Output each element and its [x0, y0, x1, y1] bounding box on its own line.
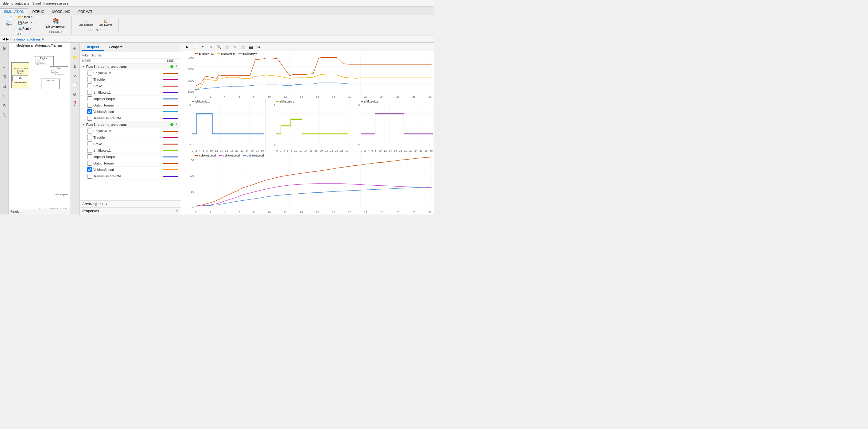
- shiftlogic-r3-check[interactable]: [87, 90, 92, 95]
- signal-row[interactable]: TransmissionRPM: [80, 115, 181, 122]
- signal-row[interactable]: VehicleSpeed: [80, 109, 181, 115]
- zoom-out-btn[interactable]: −: [0, 63, 9, 71]
- signal-row[interactable]: Throttle: [80, 134, 181, 141]
- run1-menu[interactable]: ⋮: [175, 122, 178, 127]
- properties-section[interactable]: Properties ▼: [80, 208, 181, 214]
- archive-label: Archive: [82, 202, 95, 206]
- impellertorque-r3-check[interactable]: [87, 96, 92, 101]
- tab-modeling[interactable]: MODELING: [49, 8, 74, 15]
- transrpm-r3-check[interactable]: [87, 116, 92, 121]
- legend-item: EngineRPM: [195, 52, 214, 55]
- nav-forward[interactable]: ▶: [6, 37, 9, 41]
- wave-btn[interactable]: ∿: [208, 43, 214, 50]
- help-btn[interactable]: ❓: [71, 99, 79, 108]
- chart-shiftlogic1: ShiftLogic:1 32: [181, 99, 266, 153]
- chart-settings-btn[interactable]: ⚙: [255, 43, 262, 50]
- enginerpm-r3-check[interactable]: [87, 70, 92, 75]
- run1-header[interactable]: ▼ Run 1: sldemo_autotrans ⋮: [80, 122, 181, 128]
- props-chevron: ▼: [176, 210, 178, 213]
- log-signals-icon: 📊: [84, 19, 88, 23]
- charts-area: ▶ ⊞ ✦ ∿ 🔍 ⬜ ↖ ⬜ 📷 ⚙: [181, 43, 434, 214]
- signal-row[interactable]: Brake: [80, 141, 181, 147]
- breadcrumb-item[interactable]: sldemo_autotrans: [14, 37, 40, 41]
- zoom-in-btn[interactable]: +: [0, 53, 9, 62]
- grid-btn[interactable]: ⊞: [191, 43, 198, 50]
- run1-dot: [170, 123, 174, 126]
- save-button[interactable]: 💾 Save ▼: [16, 20, 35, 26]
- expand-chart-btn[interactable]: ⬜: [239, 43, 246, 50]
- add-btn[interactable]: +: [71, 44, 79, 53]
- nav-back[interactable]: ◀: [2, 37, 5, 41]
- legend-line: [219, 155, 222, 156]
- outputtorque-r3-check[interactable]: [87, 103, 92, 108]
- legend-item: EngineRPM: [239, 52, 257, 55]
- tab-compare[interactable]: Compare: [104, 44, 128, 51]
- properties-label: Properties: [82, 209, 99, 213]
- vehiclespeed-r3-check[interactable]: [87, 109, 92, 114]
- signal-row[interactable]: Throttle: [80, 76, 181, 83]
- transrpm-r1-check[interactable]: [87, 174, 92, 179]
- star-btn[interactable]: ✦: [199, 43, 206, 50]
- tab-format[interactable]: FORMAT: [74, 8, 96, 15]
- transrpm-r1-line: [163, 176, 178, 177]
- archive-section[interactable]: Archive 🗑 ⚙ ▲: [80, 201, 181, 208]
- doc-btn[interactable]: 📄: [71, 81, 79, 89]
- log-events-button[interactable]: 📋 Log Events: [96, 19, 115, 27]
- throttle-r1-check[interactable]: [87, 135, 92, 140]
- archive-delete-icon[interactable]: 🗑: [95, 202, 98, 206]
- vehiclespeed-r1-check[interactable]: [87, 167, 92, 172]
- cursor-btn[interactable]: ↖: [231, 43, 238, 50]
- shiftlogic-r1-check[interactable]: [87, 148, 92, 153]
- open-button[interactable]: 📂 Open ▼: [16, 14, 35, 20]
- throttle-r3-check[interactable]: [87, 77, 92, 82]
- block-gradual-accel: Gradual_Accelera Throttle Brake 🎮 Maneuv…: [11, 62, 29, 88]
- zoom-btn[interactable]: 🔍: [215, 43, 222, 50]
- signal-row[interactable]: ImpellerTorque: [80, 96, 181, 102]
- folder-btn[interactable]: 📁: [71, 53, 79, 62]
- signal-row[interactable]: EngineRPM: [80, 128, 181, 134]
- signal-row[interactable]: OutputTorque: [80, 102, 181, 109]
- print-button[interactable]: 🖨️ Print ▼: [16, 26, 35, 31]
- signal-row[interactable]: TransmissionRPM: [80, 173, 181, 180]
- tab-debug[interactable]: DEBUG: [28, 8, 48, 15]
- run3-header[interactable]: ▼ Run 3: sldemo_autotrans ⋮: [80, 63, 181, 70]
- share-btn[interactable]: ↗: [71, 71, 79, 80]
- chart2-xaxis: 024681012141618202224262830: [192, 149, 264, 152]
- chart2-yaxis: 32: [182, 103, 191, 147]
- rect-btn[interactable]: ⬜: [223, 43, 230, 50]
- brake-r3-check[interactable]: [87, 84, 92, 88]
- zoom-fit-btn[interactable]: ⊕: [0, 44, 9, 53]
- play-btn[interactable]: ▶: [184, 43, 190, 50]
- tab-inspect[interactable]: Inspect: [82, 44, 104, 51]
- run3-menu[interactable]: ⋮: [175, 64, 178, 69]
- screenshot-btn[interactable]: 📷: [247, 43, 254, 50]
- left-sidebar: ⊕ + − ⊞ ⊡ ↖ A ╲: [0, 43, 9, 214]
- log-signals-button[interactable]: 📊 Log Signals: [76, 19, 95, 27]
- signal-row[interactable]: Brake: [80, 83, 181, 89]
- signal-row[interactable]: ImpellerTorque: [80, 154, 181, 160]
- signal-row[interactable]: EngineRPM: [80, 70, 181, 76]
- open-icon: 📂: [18, 16, 22, 19]
- archive-settings-icon[interactable]: ⚙: [100, 202, 103, 206]
- expand-btn[interactable]: ⊡: [0, 82, 9, 91]
- signal-panel: Inspect Compare Filter Signals NAME LINE…: [80, 43, 181, 214]
- enginerpm-r1-check[interactable]: [87, 129, 92, 133]
- signal-row[interactable]: VehicleSpeed: [80, 166, 181, 173]
- outputtorque-r1-check[interactable]: [87, 161, 92, 166]
- line-btn[interactable]: ╲: [0, 111, 9, 119]
- tab-simulation[interactable]: SIMULATION: [0, 8, 28, 15]
- new-button[interactable]: 📄 New: [2, 14, 15, 31]
- signal-row[interactable]: ShiftLogic:1: [80, 89, 181, 96]
- signal-row[interactable]: ShiftLogic:1: [80, 147, 181, 154]
- brake-r1-check[interactable]: [87, 142, 92, 146]
- settings-btn[interactable]: ⚙: [71, 90, 79, 98]
- fit-btn[interactable]: ⊞: [0, 72, 9, 81]
- library-browser-button[interactable]: 📚 Library Browser: [44, 17, 67, 29]
- arrow-btn[interactable]: ↖: [0, 91, 9, 100]
- signal-row[interactable]: OutputTorque: [80, 160, 181, 166]
- text-btn[interactable]: A: [0, 101, 9, 110]
- library-icon: 📚: [53, 18, 59, 25]
- model-status: Ready: [9, 209, 70, 214]
- download-btn[interactable]: ⬇: [71, 62, 79, 71]
- impellertorque-r1-check[interactable]: [87, 154, 92, 159]
